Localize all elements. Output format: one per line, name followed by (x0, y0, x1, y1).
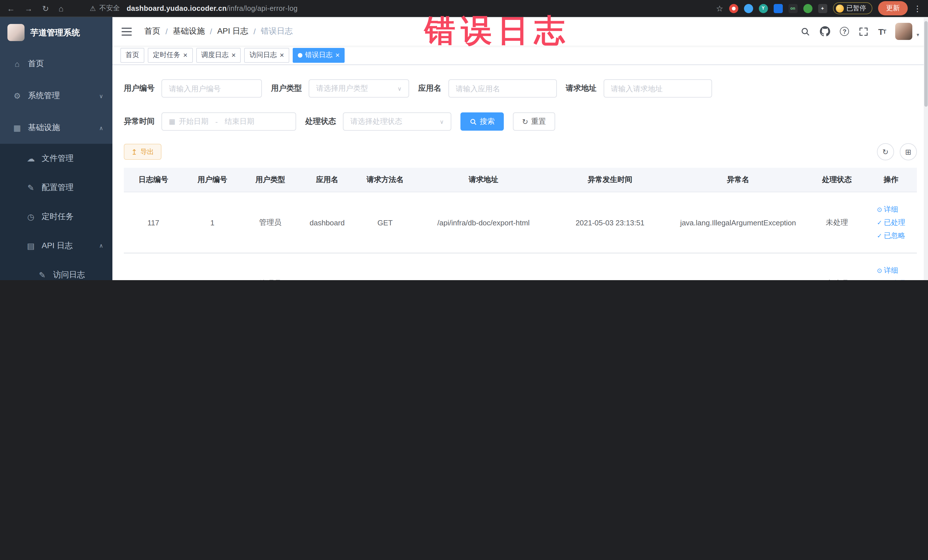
sidebar-item-label: 系统管理 (28, 91, 60, 101)
water-drop-extension-icon[interactable] (744, 4, 753, 13)
url-bar[interactable]: dashboard.yudao.iocoder.cn/infra/log/api… (127, 4, 298, 12)
tab[interactable]: 首页 (121, 48, 144, 63)
cell-user-id: 1 (183, 253, 242, 280)
column-header: 用户类型 (242, 168, 299, 192)
filter-user-type: 用户类型 请选择用户类型 ∨ (271, 79, 409, 98)
edit-icon: ✎ (25, 183, 37, 192)
paused-badge[interactable]: 已暂停 (833, 2, 872, 14)
search-button[interactable]: 搜索 (461, 112, 504, 131)
column-header: 异常名 (667, 168, 809, 192)
scrollbar-thumb[interactable] (924, 21, 928, 107)
tab[interactable]: 访问日志× (244, 48, 289, 63)
chevron-up-icon: ∧ (99, 243, 103, 249)
sidebar-item-api-log[interactable]: ▤API 日志∧ (0, 231, 112, 260)
browser-chrome: ← → ↻ ⌂ ⚠ 不安全 dashboard.yudao.iocoder.cn… (0, 0, 928, 17)
cell-user-type: 管理员 (242, 192, 299, 253)
close-tab-icon[interactable]: × (183, 51, 188, 59)
chevron-down-icon: ∨ (440, 118, 444, 125)
request-url-input[interactable] (603, 79, 712, 98)
on-badge-extension-icon[interactable]: on (788, 4, 797, 13)
user-type-select[interactable]: 请选择用户类型 ∨ (309, 79, 409, 98)
detail-link[interactable]: ⊙详细 (877, 204, 898, 214)
cell-app: dashboard (299, 253, 356, 280)
smiley-emoji-icon (836, 4, 844, 12)
security-chip[interactable]: ⚠ 不安全 (90, 3, 120, 13)
github-icon[interactable] (820, 26, 830, 37)
sidebar-item-config-management[interactable]: ✎配置管理 (0, 173, 112, 202)
sidebar-item-label: 基础设施 (28, 123, 60, 133)
tab[interactable]: 错误日志× (293, 48, 345, 63)
reload-icon[interactable]: ↻ (42, 4, 49, 12)
process-status-label: 处理状态 (305, 116, 336, 127)
close-tab-icon[interactable]: × (336, 51, 340, 59)
sidebar-item-access-log[interactable]: ✎访问日志 (0, 260, 112, 280)
back-icon[interactable]: ← (7, 4, 15, 12)
tags-bar: 首页定时任务×调度日志×访问日志×错误日志× (112, 46, 928, 65)
font-size-icon[interactable]: TT (878, 26, 886, 36)
cell-method: GET (356, 192, 415, 253)
navbar-right: ? TT ▾ (800, 23, 919, 40)
logo[interactable]: 芋道管理系统 (0, 17, 112, 48)
leaf-extension-icon[interactable] (803, 4, 812, 13)
page-scrollbar[interactable] (924, 18, 928, 280)
breadcrumb-item[interactable]: 基础设施 (173, 26, 205, 37)
user-id-input[interactable] (162, 79, 262, 98)
refresh-list-button[interactable]: ↻ (877, 143, 894, 160)
sidebar-item-file-management[interactable]: ☁文件管理 (0, 144, 112, 173)
sidebar-toggle-icon[interactable] (122, 27, 132, 36)
update-button[interactable]: 更新 (878, 1, 908, 15)
mark-processed-link[interactable]: ✓已处理 (877, 279, 905, 280)
tab[interactable]: 调度日志× (196, 48, 241, 63)
bookmark-star-icon[interactable]: ☆ (716, 4, 723, 13)
forward-icon[interactable]: → (24, 4, 32, 12)
sidebar-item-system-management[interactable]: ⚙系统管理∨ (0, 80, 112, 112)
grid-extension-icon[interactable] (773, 4, 783, 13)
breadcrumb-item[interactable]: 首页 (144, 26, 160, 37)
cell-actions: ⊙详细✓已处理✓已忽略 (865, 253, 917, 280)
fullscreen-icon[interactable] (859, 26, 868, 36)
menu-dots-icon[interactable]: ⋮ (913, 4, 922, 13)
detail-link[interactable]: ⊙详细 (877, 266, 898, 275)
eye-icon: ⊙ (877, 267, 882, 273)
mark-ignored-link[interactable]: ✓已忽略 (877, 231, 905, 241)
gear-icon: ⚙ (11, 91, 23, 101)
sidebar-item-scheduled-tasks[interactable]: ◷定时任务 (0, 202, 112, 231)
column-settings-button[interactable]: ⊞ (900, 143, 917, 160)
eye-icon: ⊙ (877, 206, 882, 212)
close-tab-icon[interactable]: × (231, 51, 236, 59)
record-extension-icon[interactable] (729, 4, 738, 13)
app-name-input[interactable] (448, 79, 557, 98)
refresh-icon: ↻ (882, 148, 888, 156)
main-area: 首页/基础设施/API 日志/错误日志 ? TT ▾ (112, 17, 928, 280)
tab[interactable]: 定时任务× (148, 48, 192, 63)
calendar-icon: ▦ (169, 117, 176, 125)
table-header-row: 日志编号用户编号用户类型应用名请求方法名请求地址异常发生时间异常名处理状态操作 (124, 168, 917, 192)
sidebar-item-infrastructure[interactable]: ▦基础设施∧ (0, 112, 112, 144)
cell-status: 未处理 (809, 253, 865, 280)
chevron-down-icon[interactable]: ▾ (917, 32, 919, 38)
y-logo-extension-icon[interactable]: Y (759, 4, 768, 13)
breadcrumb-item[interactable]: API 日志 (217, 26, 249, 37)
sidebar-item-label: 配置管理 (42, 182, 73, 192)
home-icon[interactable]: ⌂ (58, 4, 63, 12)
pinwheel-extension-icon[interactable]: ✦ (818, 4, 827, 13)
exception-time-range[interactable]: ▦ 开始日期 - 结束日期 (162, 112, 296, 131)
column-header: 请求地址 (415, 168, 552, 192)
reset-button[interactable]: ↻ 重置 (513, 112, 555, 131)
help-icon[interactable]: ? (840, 27, 849, 36)
cell-status: 未处理 (809, 192, 865, 253)
warning-icon: ⚠ (90, 4, 96, 12)
url-domain: dashboard.yudao.iocoder.cn (127, 4, 227, 12)
export-button[interactable]: ↥ 导出 (124, 144, 162, 160)
sidebar-item-label: 首页 (28, 59, 44, 69)
row-actions: ⊙详细✓已处理✓已忽略 (877, 266, 905, 280)
download-icon: ↥ (131, 148, 137, 156)
process-status-select[interactable]: 请选择处理状态 ∨ (343, 112, 451, 131)
cell-time: 2021-05-03 12:02:31 (552, 253, 667, 280)
search-icon[interactable] (800, 26, 810, 36)
close-tab-icon[interactable]: × (279, 51, 284, 59)
sidebar-item-home[interactable]: ⌂首页 (0, 48, 112, 80)
mark-processed-link[interactable]: ✓已处理 (877, 218, 905, 227)
app-frame: 芋道管理系统 ⌂首页⚙系统管理∨▦基础设施∧☁文件管理✎配置管理◷定时任务▤AP… (0, 17, 928, 280)
user-avatar[interactable] (896, 23, 913, 40)
